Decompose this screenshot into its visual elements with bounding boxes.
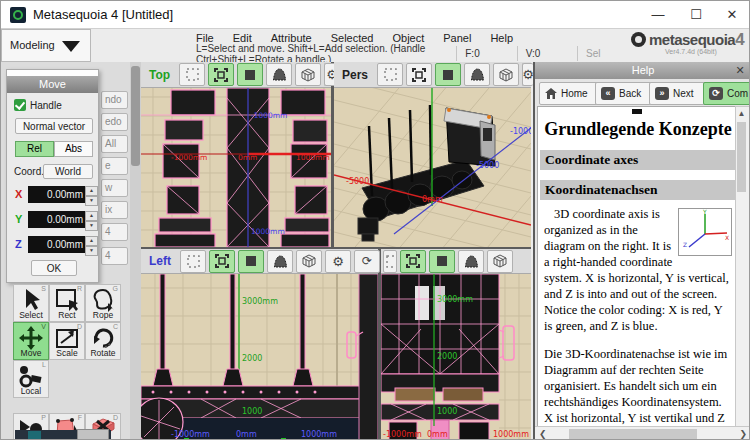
help-back-button[interactable]: « Back	[595, 82, 657, 105]
help-panel: Help ✕ Home « Back » Next ⟳ Com Grundleg…	[533, 62, 750, 440]
face-toggle-icon[interactable]	[435, 63, 461, 86]
svg-text:-1000mm: -1000mm	[383, 430, 422, 439]
next-icon: »	[655, 87, 669, 100]
x-stepper[interactable]: ▲▼	[85, 186, 98, 203]
svg-text:X: X	[725, 234, 729, 241]
texture-toggle-icon[interactable]	[493, 63, 519, 86]
tool-select[interactable]: S Select	[13, 284, 49, 322]
texture-toggle-icon[interactable]	[295, 63, 321, 86]
help-next-button[interactable]: » Next	[649, 82, 711, 105]
vertices-toggle-icon[interactable]	[383, 250, 397, 273]
panel-scrollbar-thumb[interactable]	[131, 66, 140, 166]
undo-button-partial[interactable]: ndo	[101, 91, 128, 109]
handle-checkbox[interactable]: Handle	[14, 99, 105, 111]
edge-toggle-icon[interactable]	[209, 250, 235, 273]
viewport-front-canvas[interactable]: 3000mm 2000 1000 -1000mm 0mm 1000mm	[381, 274, 531, 440]
normal-vector-button[interactable]: Normal vector	[15, 118, 93, 134]
chevron-down-icon	[62, 41, 80, 52]
face-toggle-icon[interactable]	[237, 63, 263, 86]
panel-scrollbar[interactable]	[130, 62, 141, 440]
edge-toggle-icon[interactable]	[406, 63, 432, 86]
viewport-pers: Pers ⚙	[334, 62, 531, 246]
scroll-left-icon[interactable]: ❮	[539, 429, 547, 439]
tool-local[interactable]: L Local	[13, 360, 49, 398]
vertices-toggle-icon[interactable]	[180, 250, 206, 273]
y-stepper[interactable]: ▲▼	[85, 211, 98, 228]
vertical-scrollbar-thumb[interactable]	[737, 122, 746, 192]
face-toggle-icon[interactable]	[429, 250, 455, 273]
z-value-input[interactable]: 0.00mm	[28, 236, 86, 253]
horizontal-scrollbar-thumb[interactable]	[569, 429, 697, 439]
rotate-view-icon[interactable]: ⟳	[354, 250, 380, 273]
help-vertical-scrollbar[interactable]: ▲ ▼	[735, 106, 750, 440]
coord-world-button[interactable]: World	[43, 164, 93, 179]
mode-dropdown[interactable]: Modeling	[1, 29, 91, 62]
tool-rope[interactable]: G Rope	[85, 284, 121, 322]
tool-move[interactable]: V Move	[13, 322, 49, 360]
help-home-button[interactable]: Home	[539, 82, 603, 105]
panel-button-partial[interactable]: ix	[101, 201, 128, 219]
metasequoia-logo-icon	[631, 32, 646, 47]
z-stepper[interactable]: ▲▼	[85, 236, 98, 253]
viewport-top-canvas[interactable]: -1000mm 0mm 1000mm -1000mm 1000mm	[141, 88, 331, 247]
abs-toggle[interactable]: Abs	[54, 141, 93, 157]
help-page-title: Grundlegende Konzepte	[538, 119, 738, 140]
menu-help[interactable]: Help	[490, 32, 513, 44]
panel-button-partial[interactable]: e	[101, 157, 128, 175]
svg-text:Y: Y	[702, 209, 707, 215]
help-horizontal-scrollbar[interactable]: ❮ ❯	[535, 426, 750, 440]
tool-scale[interactable]: D Scale	[49, 322, 85, 360]
face-toggle-icon[interactable]	[238, 250, 264, 273]
help-content: Grundlegende Konzepte Coordinate axes Ko…	[537, 106, 739, 440]
scroll-right-icon[interactable]: ❯	[739, 429, 747, 439]
sel-lock[interactable]: Sel Lock	[577, 46, 631, 61]
value-button-partial[interactable]: 4	[101, 223, 128, 241]
z-axis-label: Z	[15, 238, 22, 250]
shading-toggle-icon[interactable]	[267, 250, 293, 273]
panel-button-partial[interactable]: w	[101, 179, 128, 197]
metasequoia-window: Metasequoia 4 [Untitled] — ☐ ✕ Modeling …	[0, 0, 750, 440]
vertices-toggle-icon[interactable]	[377, 63, 403, 86]
svg-text:-10000: -10000	[510, 127, 531, 136]
texture-toggle-icon[interactable]	[487, 250, 513, 273]
tool-rect[interactable]: R Rect	[49, 284, 85, 322]
svg-text:-5000: -5000	[476, 161, 499, 170]
x-value-input[interactable]: 0.00mm	[28, 186, 86, 203]
help-close-icon[interactable]: ✕	[732, 62, 748, 78]
vertices-toggle-icon[interactable]	[179, 63, 205, 86]
svg-text:-1000mm: -1000mm	[171, 430, 210, 439]
local-axis-icon	[18, 364, 44, 388]
svg-text:-1000mm: -1000mm	[171, 153, 207, 162]
gear-icon[interactable]: ⚙	[325, 250, 351, 273]
texture-toggle-icon[interactable]	[296, 250, 322, 273]
gear-icon[interactable]: ⚙	[522, 63, 533, 86]
rotate-icon	[91, 326, 115, 350]
viewport-pers-label: Pers	[342, 68, 368, 82]
minimize-button[interactable]: —	[641, 1, 675, 29]
svg-text:0mm: 0mm	[238, 153, 257, 162]
shading-toggle-icon[interactable]	[458, 250, 484, 273]
viewport-left: Left ⚙ ⟳	[141, 249, 378, 440]
ok-button[interactable]: OK	[31, 260, 77, 276]
value-button-partial[interactable]: 4	[101, 247, 128, 265]
viewport-pers-canvas[interactable]: -5000 0mm -5000 -10000	[334, 88, 531, 247]
maximize-button[interactable]: ☐	[679, 1, 713, 29]
help-community-button[interactable]: ⟳ Com	[703, 82, 750, 105]
redo-button-partial[interactable]: edo	[101, 113, 128, 131]
svg-text:3000mm: 3000mm	[437, 295, 473, 304]
y-value-input[interactable]: 0.00mm	[28, 211, 86, 228]
move-dialog-title[interactable]: Move	[7, 76, 98, 93]
rel-toggle[interactable]: Rel	[15, 141, 54, 157]
edge-toggle-icon[interactable]	[400, 250, 426, 273]
viewport-top-header: Top ⚙	[141, 62, 331, 88]
shading-toggle-icon[interactable]	[266, 63, 292, 86]
edge-toggle-icon[interactable]	[208, 63, 234, 86]
y-axis-label: Y	[15, 213, 22, 225]
svg-text:1000: 1000	[437, 407, 457, 416]
all-button-partial[interactable]: All	[101, 135, 128, 153]
tool-rotate[interactable]: C Rotate	[85, 322, 121, 360]
scroll-up-icon[interactable]: ▲	[736, 107, 747, 120]
close-button[interactable]: ✕	[715, 1, 749, 29]
viewport-left-canvas[interactable]: 3000mm 2000 1000 -1000mm 0mm 1000mm	[141, 274, 378, 440]
shading-toggle-icon[interactable]	[464, 63, 490, 86]
